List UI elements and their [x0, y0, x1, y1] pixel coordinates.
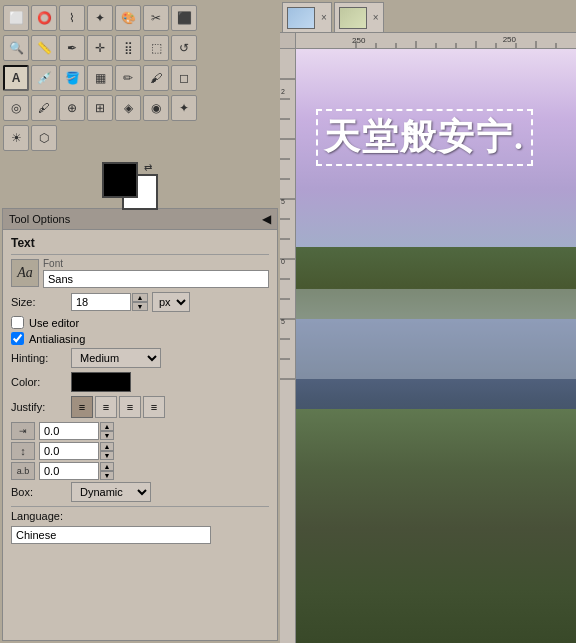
tool-foreground-select[interactable]: ⬛	[171, 5, 197, 31]
justify-right-button[interactable]: ≡	[119, 396, 141, 418]
font-aa-icon: Aa	[11, 259, 39, 287]
line-spacing-spinner: ▲ ▼	[100, 442, 114, 460]
svg-text:0: 0	[281, 258, 285, 265]
divider-2	[11, 506, 269, 507]
indent-up-button[interactable]: ▲	[100, 422, 114, 431]
tool-airbrush[interactable]: ◎	[3, 95, 29, 121]
svg-text:250: 250	[352, 36, 366, 45]
color-label: Color:	[11, 376, 71, 388]
justify-fill-button[interactable]: ≡	[143, 396, 165, 418]
tool-paths[interactable]: ✒	[59, 35, 85, 61]
ruler-h-container: 250 250	[280, 33, 576, 49]
language-input[interactable]	[11, 526, 211, 544]
svg-text:2: 2	[281, 88, 285, 95]
tool-color-picker[interactable]: 💉	[31, 65, 57, 91]
antialiasing-row: Antialiasing	[11, 332, 269, 345]
tool-clone[interactable]: ⊕	[59, 95, 85, 121]
tool-crop[interactable]: ⬚	[143, 35, 169, 61]
tool-measure[interactable]: 📏	[31, 35, 57, 61]
tool-paintbrush[interactable]: 🖌	[143, 65, 169, 91]
tool-scissors[interactable]: ✂	[143, 5, 169, 31]
justify-center-button[interactable]: ≡	[95, 396, 117, 418]
tool-row-4: ◎ 🖋 ⊕ ⊞ ◈ ◉ ✦	[2, 94, 278, 122]
tool-pencil[interactable]: ✏	[115, 65, 141, 91]
hinting-select[interactable]: None Slight Medium Full	[71, 348, 161, 368]
reeds-layer	[296, 409, 576, 643]
swap-colors-icon[interactable]: ⇄	[144, 162, 152, 173]
color-swatch-area: ⇄	[2, 154, 278, 204]
letter-spacing-spinner: ▲ ▼	[100, 462, 114, 480]
tool-extra[interactable]: ⬡	[31, 125, 57, 151]
line-spacing-input[interactable]	[39, 442, 99, 460]
line-spacing-row: ↕ ▲ ▼	[11, 442, 269, 460]
indent-down-button[interactable]: ▼	[100, 431, 114, 440]
canvas-viewport[interactable]: 天堂般安宁.	[296, 49, 576, 643]
canvas-tabs: × ×	[280, 0, 576, 33]
ruler-area: 250 250	[280, 33, 576, 643]
canvas-tab-1[interactable]: ×	[282, 2, 332, 32]
font-section: Font	[43, 258, 269, 288]
language-input-row	[11, 526, 269, 544]
toolbox: ⬜ ⭕ ⌇ ✦ 🎨 ✂ ⬛ 🔍 📏 ✒ ✛ ⣿ ⬚ ↺ A 💉 🪣 ▦ ✏ 🖌 …	[0, 0, 280, 206]
tool-dodge[interactable]: ☀	[3, 125, 29, 151]
text-overlay[interactable]: 天堂般安宁.	[316, 109, 533, 166]
tool-row-3: A 💉 🪣 ▦ ✏ 🖌 ◻	[2, 64, 278, 92]
size-up-button[interactable]: ▲	[132, 293, 148, 302]
mist-layer	[296, 289, 576, 379]
box-field-row: Box: Dynamic Fixed	[11, 482, 269, 502]
tool-zoom[interactable]: 🔍	[3, 35, 29, 61]
tab-close-1[interactable]: ×	[321, 12, 327, 23]
foreground-color[interactable]	[102, 162, 138, 198]
divider-1	[11, 254, 269, 255]
tool-free-select[interactable]: ⌇	[59, 5, 85, 31]
line-spacing-up-button[interactable]: ▲	[100, 442, 114, 451]
tool-by-color-select[interactable]: 🎨	[115, 5, 141, 31]
tool-ink[interactable]: 🖋	[31, 95, 57, 121]
tool-blur[interactable]: ◉	[143, 95, 169, 121]
indent-input[interactable]	[39, 422, 99, 440]
line-spacing-down-button[interactable]: ▼	[100, 451, 114, 460]
indent-row: ⇥ ▲ ▼	[11, 422, 269, 440]
language-label: Language:	[11, 510, 71, 522]
size-spinner: ▲ ▼	[132, 293, 148, 311]
size-down-button[interactable]: ▼	[132, 302, 148, 311]
size-input[interactable]	[71, 293, 131, 311]
tool-options-body: Text Aa Font Size: ▲ ▼ px	[3, 230, 277, 550]
letter-spacing-up-button[interactable]: ▲	[100, 462, 114, 471]
tool-perspective-clone[interactable]: ◈	[115, 95, 141, 121]
tool-options-header: Tool Options ◀	[3, 209, 277, 230]
indent-spinner: ▲ ▼	[100, 422, 114, 440]
tool-row-5: ☀ ⬡	[2, 124, 278, 152]
tool-text[interactable]: A	[3, 65, 29, 91]
justify-field-row: Justify: ≡ ≡ ≡ ≡	[11, 396, 269, 418]
letter-spacing-row: a.b ▲ ▼	[11, 462, 269, 480]
tool-eraser[interactable]: ◻	[171, 65, 197, 91]
tool-rect-select[interactable]: ⬜	[3, 5, 29, 31]
indent-icon: ⇥	[11, 422, 35, 440]
use-editor-checkbox[interactable]	[11, 316, 24, 329]
font-name-label: Font	[43, 258, 269, 269]
tool-smudge[interactable]: ✦	[171, 95, 197, 121]
tool-blend[interactable]: ▦	[87, 65, 113, 91]
letter-spacing-input[interactable]	[39, 462, 99, 480]
antialiasing-checkbox[interactable]	[11, 332, 24, 345]
letter-spacing-down-button[interactable]: ▼	[100, 471, 114, 480]
tool-heal[interactable]: ⊞	[87, 95, 113, 121]
box-label: Box:	[11, 486, 71, 498]
justify-buttons: ≡ ≡ ≡ ≡	[71, 396, 165, 418]
tool-bucket-fill[interactable]: 🪣	[59, 65, 85, 91]
font-name-input[interactable]	[43, 270, 269, 288]
tool-ellipse-select[interactable]: ⭕	[31, 5, 57, 31]
tool-move[interactable]: ✛	[87, 35, 113, 61]
tool-align[interactable]: ⣿	[115, 35, 141, 61]
tool-options-collapse-icon[interactable]: ◀	[262, 212, 271, 226]
tool-rotate[interactable]: ↺	[171, 35, 197, 61]
canvas-tab-2[interactable]: ×	[334, 2, 384, 32]
tool-fuzzy-select[interactable]: ✦	[87, 5, 113, 31]
ruler-ticks-svg: 250	[296, 33, 576, 49]
box-select[interactable]: Dynamic Fixed	[71, 482, 151, 502]
unit-select[interactable]: px pt	[152, 292, 190, 312]
tab-close-2[interactable]: ×	[373, 12, 379, 23]
justify-left-button[interactable]: ≡	[71, 396, 93, 418]
color-box[interactable]	[71, 372, 131, 392]
